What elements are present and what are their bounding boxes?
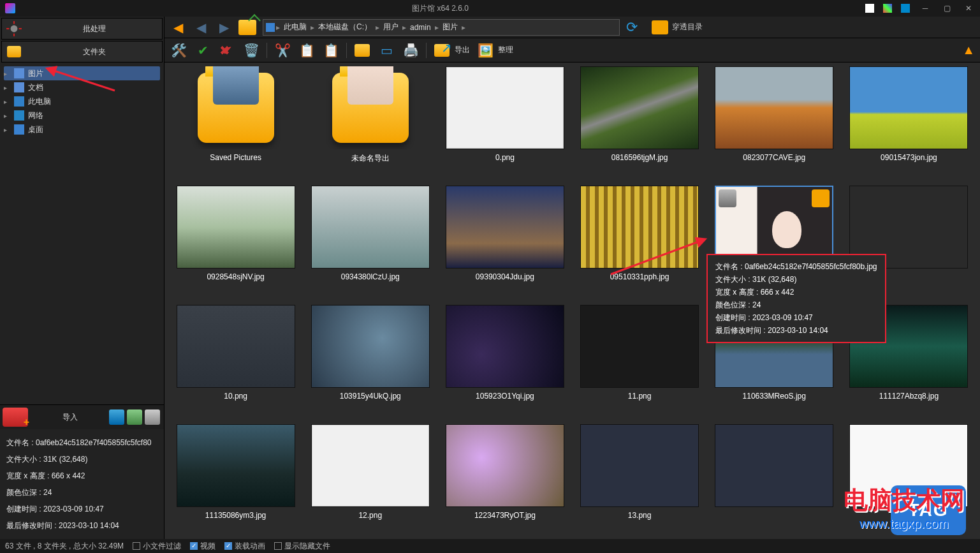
hidden-checkbox[interactable]: 显示隐藏文件	[274, 541, 330, 552]
folder-tab-button[interactable]: 文件夹	[1, 41, 163, 63]
thumb-item[interactable]: 0928548sjNV.jpg	[172, 186, 299, 297]
thumb-item[interactable]: 09015473jon.jpg	[845, 66, 972, 178]
thumb-item[interactable]: 1223473RyOT.jpg	[441, 424, 568, 536]
penetrate-dirs-button[interactable]: 穿透目录	[652, 20, 703, 34]
thumb-filename: 0816596tjgM.jpg	[611, 153, 668, 162]
info-dim-value: 666 x 442	[52, 471, 85, 480]
thumb-filename: 0.png	[495, 153, 515, 162]
info-name-label: 文件名	[6, 438, 29, 447]
tree-node-2[interactable]: ▸此电脑	[4, 94, 160, 108]
tooltip-ctime: 创建时间 : 2023-03-09 10:47	[715, 311, 877, 324]
nav-forward-button[interactable]: ▶	[216, 19, 232, 36]
maximize-button[interactable]: ▢	[940, 2, 953, 15]
thumb-item[interactable]: Saved Pictures	[172, 66, 299, 178]
thumb-item[interactable]: 未命名导出	[307, 66, 434, 178]
thumb-item[interactable]: 10.png	[172, 305, 299, 417]
thumb-filename: 1223473RyOT.jpg	[474, 511, 536, 520]
open-button[interactable]	[353, 41, 371, 59]
video-checkbox[interactable]: ✓视频	[190, 541, 216, 552]
app-title: 图片馆 x64 2.6.0	[15, 3, 865, 14]
layout-3-icon[interactable]	[901, 4, 910, 13]
import-source-2-icon[interactable]	[127, 409, 142, 425]
path-seg-1[interactable]: 本地磁盘（C:）	[316, 22, 374, 33]
settings-button[interactable]: 🛠️	[170, 41, 187, 59]
penetrate-label: 穿透目录	[672, 22, 703, 33]
rename-button[interactable]: ▭	[377, 41, 395, 59]
thumb-item[interactable]: 105923O1Yqi.jpg	[441, 305, 568, 417]
pc-icon	[266, 23, 275, 32]
folder-tab-label: 文件夹	[26, 47, 162, 57]
print-button[interactable]: 🖨️	[402, 41, 420, 59]
path-seg-3[interactable]: admin	[407, 23, 434, 32]
thumb-item[interactable]: 0823077CAVE.jpg	[711, 66, 838, 178]
thumb-export-icon[interactable]	[812, 189, 830, 207]
layout-1-icon[interactable]	[865, 4, 874, 13]
folder-tree: ▸图片▸文档▸此电脑▸网络▸桌面	[0, 64, 164, 139]
paste-button[interactable]: 📋	[322, 41, 340, 59]
path-bar[interactable]: ▸此电脑▸本地磁盘（C:）▸用户▸admin▸图片▸	[263, 19, 620, 36]
thumb-item[interactable]: 103915y4UkQ.jpg	[307, 305, 434, 417]
thumb-item[interactable]: 09510331pph.jpg	[576, 186, 703, 297]
penetrate-icon	[652, 20, 668, 34]
path-seg-2[interactable]: 用户	[381, 22, 401, 33]
select-all-button[interactable]: ✔	[194, 41, 212, 59]
info-dim-label: 宽度 x 高度	[6, 471, 45, 480]
export-button[interactable]: ↗	[433, 41, 451, 59]
svg-point-0	[11, 26, 18, 33]
batch-process-button[interactable]: 批处理	[1, 18, 163, 40]
collapse-toolbar-button[interactable]: ▲	[962, 43, 975, 57]
tooltip-filename: 文件名 : 0af6eb24c5182e7f405855fc5fcf80b.jp…	[715, 260, 877, 273]
info-mtime-label: 最后修改时间	[6, 521, 52, 530]
favorite-add-icon[interactable]	[3, 408, 28, 427]
open-folder-icon[interactable]	[238, 20, 256, 35]
import-source-1-icon[interactable]	[109, 409, 124, 425]
import-label[interactable]: 导入	[31, 412, 109, 423]
watermark-line2: www.tagxp.com	[844, 517, 965, 531]
thumb-filename: 09390304Jdu.jpg	[476, 272, 534, 281]
thumb-item[interactable]	[711, 424, 838, 536]
path-seg-4[interactable]: 图片	[440, 22, 460, 33]
tree-node-1[interactable]: ▸文档	[4, 80, 160, 94]
thumb-filename: 未命名导出	[351, 153, 390, 164]
thumb-item[interactable]: 12.png	[307, 424, 434, 536]
arrange-button[interactable]: 🖼️	[476, 41, 494, 59]
refresh-button[interactable]: ⟳	[626, 19, 638, 36]
close-button[interactable]: ✕	[962, 2, 975, 15]
deselect-button[interactable]: ✔✖	[218, 41, 236, 59]
thumb-filename: 0934380lCzU.jpg	[341, 272, 400, 281]
thumb-item[interactable]: 0934380lCzU.jpg	[307, 186, 434, 297]
watermark-logo: 电脑技术网 www.tagxp.com	[844, 484, 965, 531]
thumb-gear-icon[interactable]	[719, 189, 736, 207]
tree-node-4[interactable]: ▸桌面	[4, 122, 160, 136]
thumb-item[interactable]: 11135086ym3.jpg	[172, 424, 299, 536]
copy-button[interactable]: 📋	[298, 41, 316, 59]
thumb-filename: Saved Pictures	[210, 153, 261, 162]
thumb-filename: 111127Abzq8.jpg	[879, 392, 939, 401]
path-seg-0[interactable]: 此电脑	[281, 22, 309, 33]
tooltip-dim: 宽度 x 高度 : 666 x 442	[715, 286, 877, 299]
minimize-button[interactable]: ─	[919, 2, 932, 15]
import-source-3-icon[interactable]	[145, 409, 160, 425]
nav-history-button[interactable]: ◀	[193, 19, 209, 36]
toolbar: 🛠️ ✔ ✔✖ 🗑️ ✂️ 📋 📋 ▭ 🖨️ ↗ 导出 🖼️ 整理 ▲	[165, 38, 980, 63]
thumb-item[interactable]: 13.png	[576, 424, 703, 536]
tooltip-mtime: 最后修改时间 : 2023-03-10 14:04	[715, 324, 877, 337]
anim-checkbox[interactable]: ✓装载动画	[224, 541, 265, 552]
filter-small-checkbox[interactable]: 小文件过滤	[133, 541, 181, 552]
layout-2-icon[interactable]	[883, 4, 892, 13]
thumb-filename: 110633MReoS.jpg	[743, 392, 806, 401]
tree-node-0[interactable]: ▸图片	[4, 66, 160, 80]
svg-rect-3	[6, 28, 9, 29]
thumb-filename: 11.png	[628, 392, 652, 401]
info-depth-value: 24	[43, 488, 52, 497]
thumb-item[interactable]: 11.png	[576, 305, 703, 417]
tree-node-3[interactable]: ▸网络	[4, 108, 160, 122]
info-ctime-label: 创建时间	[6, 505, 37, 513]
thumb-item[interactable]: 0816596tjgM.jpg	[576, 66, 703, 178]
cut-button[interactable]: ✂️	[274, 41, 291, 59]
thumb-item[interactable]: 0.png	[441, 66, 568, 178]
info-depth-label: 颜色位深	[6, 488, 37, 497]
nav-back-button[interactable]: ◀	[170, 19, 186, 36]
thumb-item[interactable]: 09390304Jdu.jpg	[441, 186, 568, 297]
delete-button[interactable]: 🗑️	[242, 41, 260, 59]
